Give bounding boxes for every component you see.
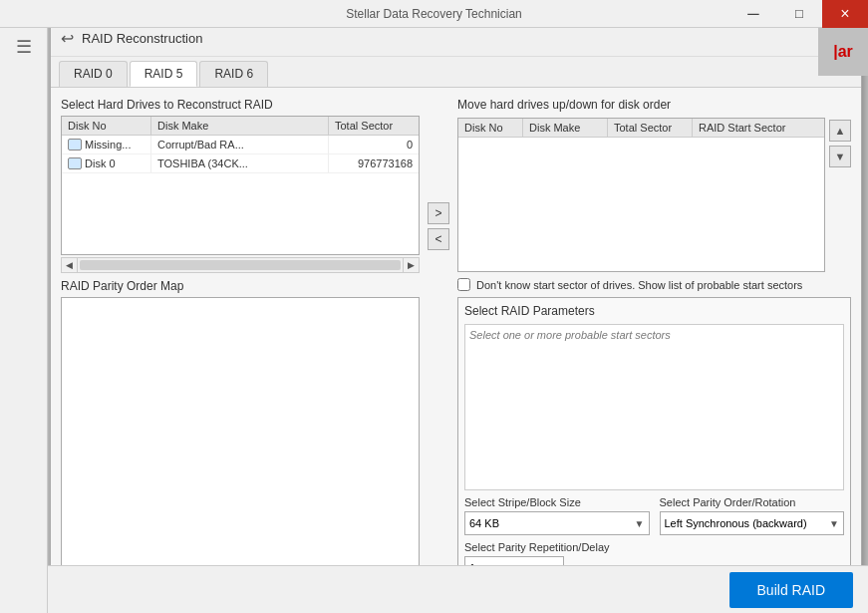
col-disk-make: Disk Make [151,117,329,135]
up-down-buttons: ▲ ▼ [829,118,851,272]
parity-select-wrapper[interactable]: Left Synchronous (backward) Left Asynchr… [660,511,845,535]
parity-group: Select Parity Order/Rotation Left Synchr… [660,496,845,535]
bottom-bar: 🔍 Build RAID [0,565,868,613]
stripe-select-wrapper[interactable]: 64 KB 512 B 1 KB 2 KB 4 KB 8 KB 16 KB 32… [464,511,650,535]
stripe-group: Select Stripe/Block Size 64 KB 512 B 1 K… [464,496,650,535]
os-title: Stellar Data Recovery Technician [346,7,522,21]
two-panels: Select Hard Drives to Reconstruct RAID D… [61,98,851,587]
move-drives-title: Move hard drives up/down for disk order [457,98,851,112]
main-dialog: ↩ RAID Reconstruction × RAID 0 RAID 5 RA… [50,20,862,598]
repetition-label: Select Parity Repetition/Delay [464,541,844,553]
tab-raid0[interactable]: RAID 0 [59,61,128,87]
drives-table-header: Disk No Disk Make Total Sector [62,117,419,136]
checkbox-row: Don't know start sector of drives. Show … [457,278,851,291]
move-table-header: Disk No Disk Make Total Sector RAID Star… [458,119,824,138]
checkbox-label: Don't know start sector of drives. Show … [476,279,802,291]
minimize-btn[interactable]: ─ [730,0,776,28]
maximize-btn[interactable]: □ [776,0,822,28]
disk-icon-2 [68,157,82,169]
build-raid-button[interactable]: Build RAID [729,572,853,608]
os-controls: ─ □ × [730,0,868,28]
transfer-buttons: > < [428,98,449,587]
tab-raid6[interactable]: RAID 6 [199,61,268,87]
move-drives-table: Disk No Disk Make Total Sector RAID Star… [457,118,825,272]
col-disk-no: Disk No [62,117,151,135]
disk-icon-1 [68,139,82,151]
move-col-disk-make: Disk Make [523,119,608,137]
parity-select[interactable]: Left Synchronous (backward) Left Asynchr… [665,517,840,529]
stripe-select[interactable]: 64 KB 512 B 1 KB 2 KB 4 KB 8 KB 16 KB 32… [469,517,645,529]
start-sector-checkbox[interactable] [457,278,470,291]
transfer-right-btn[interactable]: > [428,202,449,224]
start-sectors-box: Select one or more probable start sector… [464,324,844,490]
row1-total-sector: 0 [329,136,419,153]
move-table-body [458,138,824,271]
parity-map-box [61,297,420,587]
hamburger-icon[interactable]: ☰ [16,36,32,58]
right-panel: Move hard drives up/down for disk order … [457,98,851,587]
move-drives-area: Disk No Disk Make Total Sector RAID Star… [457,118,851,272]
brand-text: ar [838,43,853,60]
back-icon[interactable]: ↩ [61,29,74,48]
start-sectors-label: Select one or more probable start sector… [469,329,839,341]
select-drives-title: Select Hard Drives to Reconstruct RAID [61,98,420,112]
raid-params-section: Select RAID Parameters Select one or mor… [457,297,851,587]
move-col-disk-no: Disk No [458,119,523,137]
drives-table: Disk No Disk Make Total Sector Missing..… [61,116,420,255]
table-row[interactable]: Disk 0 TOSHIBA (34CK... 976773168 [62,154,419,173]
content-area: Select Hard Drives to Reconstruct RAID D… [51,88,861,597]
move-up-btn[interactable]: ▲ [829,120,851,142]
select-drives-section: Select Hard Drives to Reconstruct RAID D… [61,98,420,273]
horizontal-scrollbar[interactable]: ◀ ▶ [61,257,420,273]
left-panel: Select Hard Drives to Reconstruct RAID D… [61,98,420,587]
selects-row: Select Stripe/Block Size 64 KB 512 B 1 K… [464,496,844,535]
close-btn[interactable]: × [822,0,868,28]
sidebar: ☰ [0,28,48,613]
row1-disk-no: Missing... [62,136,151,153]
row1-disk-make: Corrupt/Bad RA... [151,136,329,153]
tab-raid5[interactable]: RAID 5 [130,61,198,87]
scroll-track [80,260,401,270]
move-col-raid-start: RAID Start Sector [693,119,824,137]
os-titlebar: Stellar Data Recovery Technician ─ □ × [0,0,868,28]
move-col-total-sector: Total Sector [608,119,693,137]
row2-disk-make: TOSHIBA (34CK... [151,154,329,172]
parity-label: Select Parity Order/Rotation [660,496,845,508]
scroll-left-arrow[interactable]: ◀ [62,257,78,273]
stripe-label: Select Stripe/Block Size [464,496,650,508]
parity-map-section: RAID Parity Order Map [61,279,420,587]
transfer-left-btn[interactable]: < [428,228,449,250]
row2-disk-no: Disk 0 [62,154,151,172]
col-total-sector: Total Sector [329,117,419,135]
raid-params-title: Select RAID Parameters [464,304,844,318]
scroll-right-arrow[interactable]: ▶ [403,257,419,273]
move-down-btn[interactable]: ▼ [829,146,851,167]
parity-map-title: RAID Parity Order Map [61,279,420,293]
row2-total-sector: 976773168 [329,154,419,172]
table-body: Missing... Corrupt/Bad RA... 0 Disk 0 [62,136,419,254]
brand-logo: |ar [818,28,868,76]
dialog-title: RAID Reconstruction [82,31,202,46]
tabs-bar: RAID 0 RAID 5 RAID 6 [51,57,861,88]
table-row[interactable]: Missing... Corrupt/Bad RA... 0 [62,136,419,154]
